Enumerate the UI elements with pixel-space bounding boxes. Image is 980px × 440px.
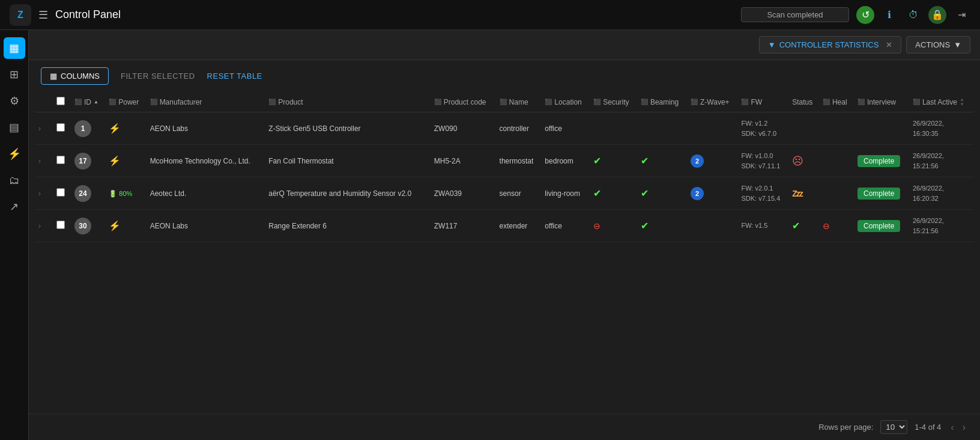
scan-status: Scan completed <box>741 7 849 22</box>
fw-17: FW: v1.0.0SDK: v7.11.1 <box>741 151 785 171</box>
col-manufacturer[interactable]: ⬛ Manufacturer <box>147 92 265 112</box>
id-badge-24: 24 <box>74 185 91 202</box>
actions-button[interactable]: ACTIONS ▼ <box>906 36 970 53</box>
filter-location-icon: ⬛ <box>545 99 552 105</box>
product-24: aërQ Temperature and Humidity Sensor v2.… <box>265 177 431 210</box>
col-interview[interactable]: ⬛ Interview <box>854 92 909 112</box>
table-row: › 17 ⚡ McoHome Technology Co., Ltd. Fan … <box>35 145 974 177</box>
rows-per-page-label: Rows per page: <box>818 423 873 432</box>
main-content: ▼ CONTROLLER STATISTICS ✕ ACTIONS ▼ ▦ CO… <box>29 30 980 440</box>
interview-1 <box>854 112 909 145</box>
sidebar-item-layers[interactable]: ▤ <box>4 117 25 138</box>
next-page-button[interactable]: › <box>960 422 968 433</box>
rows-per-page-select[interactable]: 10 25 50 <box>880 420 907 434</box>
location-1: office <box>541 112 590 145</box>
heal-17 <box>819 145 854 177</box>
id-badge-1: 1 <box>74 120 91 137</box>
reset-table-button[interactable]: RESET TABLE <box>207 72 262 81</box>
sort-id-icon: ▲ <box>94 99 98 105</box>
col-power[interactable]: ⬛ Power <box>105 92 146 112</box>
product-17: Fan Coil Thermostat <box>265 145 431 177</box>
filter-selected-button[interactable]: FILTER SELECTED <box>121 72 195 81</box>
filter-id-icon: ⬛ <box>74 99 82 105</box>
col-location[interactable]: ⬛ Location <box>541 92 590 112</box>
status-sleep-24: Zzz <box>792 189 802 198</box>
last-active-1: 26/9/2022,16:30:35 <box>913 118 970 138</box>
heal-error-30: ⊖ <box>823 221 830 231</box>
zwave-plus-badge-24: 2 <box>691 187 704 200</box>
product-30: Range Extender 6 <box>265 210 431 242</box>
sidebar-item-share[interactable]: ↗ <box>4 196 25 218</box>
topbar: Z ☰ Control Panel Scan completed ↺ ℹ ⏱ 🔒… <box>0 0 980 30</box>
pagination-bar: Rows per page: 10 25 50 1-4 of 4 ‹ › <box>29 414 980 440</box>
menu-icon[interactable]: ☰ <box>38 8 48 22</box>
expand-btn-30[interactable]: › <box>38 222 41 230</box>
sidebar-item-folder[interactable]: 🗂 <box>4 170 25 191</box>
product-code-1: ZW090 <box>431 112 496 145</box>
location-17: bedroom <box>541 145 590 177</box>
prev-page-button[interactable]: ‹ <box>948 422 956 433</box>
beaming-ok-17: ✔ <box>641 156 649 166</box>
col-product[interactable]: ⬛ Product <box>265 92 431 112</box>
col-product-code[interactable]: ⬛ Product code <box>431 92 496 112</box>
table-header-row: ⬛ ID ▲ ⬛ Power <box>35 92 974 112</box>
device-table: ⬛ ID ▲ ⬛ Power <box>35 92 974 242</box>
name-24: sensor <box>496 177 542 210</box>
col-heal[interactable]: ⬛ Heal <box>819 92 854 112</box>
col-security[interactable]: ⬛ Security <box>590 92 637 112</box>
col-fw[interactable]: ⬛ FW <box>737 92 788 112</box>
header-bar: ▼ CONTROLLER STATISTICS ✕ ACTIONS ▼ <box>29 30 980 60</box>
expand-btn-1[interactable]: › <box>38 124 41 133</box>
security-ok-24: ✔ <box>593 188 601 198</box>
id-badge-30: 30 <box>74 218 91 234</box>
location-30: office <box>541 210 590 242</box>
sidebar-item-modules[interactable]: ⊞ <box>4 64 25 85</box>
row-checkbox-24[interactable] <box>56 188 65 197</box>
row-checkbox-1[interactable] <box>56 123 65 132</box>
row-checkbox-17[interactable] <box>56 156 65 164</box>
beaming-ok-24: ✔ <box>641 188 649 198</box>
exit-icon[interactable]: ⇥ <box>952 6 970 24</box>
power-battery-icon-24: 🔋 80% <box>109 190 132 197</box>
select-all-checkbox[interactable] <box>56 97 65 105</box>
history-icon[interactable]: ⏱ <box>904 6 922 24</box>
last-active-24: 26/9/2022,16:20:32 <box>913 183 970 203</box>
sidebar-item-rules[interactable]: ⚡ <box>4 143 25 165</box>
actions-label: ACTIONS <box>915 40 950 49</box>
status-1 <box>788 112 819 145</box>
row-checkbox-30[interactable] <box>56 221 65 229</box>
device-table-container: ⬛ ID ▲ ⬛ Power <box>29 92 980 414</box>
id-badge-17: 17 <box>74 153 91 170</box>
col-status[interactable]: Status <box>788 92 819 112</box>
heal-24 <box>819 177 854 210</box>
col-id[interactable]: ⬛ ID ▲ <box>71 92 105 112</box>
info-icon[interactable]: ℹ <box>880 6 898 24</box>
columns-button[interactable]: ▦ COLUMNS <box>41 67 109 85</box>
refresh-icon[interactable]: ↺ <box>856 6 874 24</box>
sidebar-item-grid[interactable]: ▦ <box>4 37 25 59</box>
status-sad-17: ☹ <box>792 155 803 167</box>
filter-beaming-icon: ⬛ <box>641 99 648 105</box>
sidebar-item-settings[interactable]: ⚙ <box>4 90 25 112</box>
col-zwave-plus[interactable]: ⬛ Z-Wave+ <box>687 92 737 112</box>
close-icon: ✕ <box>886 40 892 49</box>
filter-last-active-icon: ⬛ <box>913 99 920 105</box>
expand-btn-17[interactable]: › <box>38 157 41 165</box>
filter-interview-icon: ⬛ <box>858 99 865 105</box>
app-logo: Z <box>10 4 31 26</box>
product-code-24: ZWA039 <box>431 177 496 210</box>
columns-label: COLUMNS <box>61 72 100 81</box>
sidebar: ▦ ⊞ ⚙ ▤ ⚡ 🗂 ↗ <box>0 30 29 440</box>
lock-icon[interactable]: 🔒 <box>928 6 946 24</box>
filter-product-code-icon: ⬛ <box>434 99 441 105</box>
filter-manufacturer-icon: ⬛ <box>150 99 157 105</box>
col-last-active[interactable]: ⬛ Last Active ▲▼ <box>909 92 974 112</box>
zwave-plus-badge-17: 2 <box>691 154 704 168</box>
manufacturer-24: Aeotec Ltd. <box>147 177 265 210</box>
controller-statistics-button[interactable]: ▼ CONTROLLER STATISTICS ✕ <box>759 36 902 53</box>
power-plug-icon-30: ⚡ <box>109 221 121 231</box>
filter-product-icon: ⬛ <box>268 99 276 105</box>
expand-btn-24[interactable]: › <box>38 189 41 198</box>
col-beaming[interactable]: ⬛ Beaming <box>637 92 687 112</box>
col-name[interactable]: ⬛ Name <box>496 92 542 112</box>
